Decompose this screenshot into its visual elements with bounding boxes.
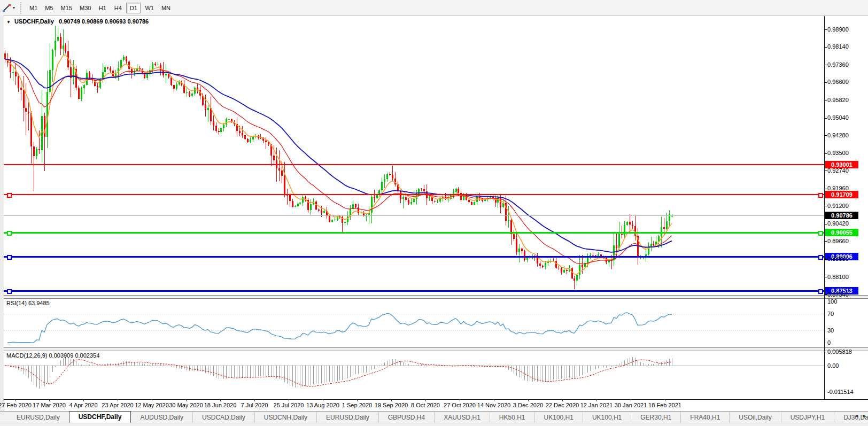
date-tick [665,400,665,401]
line-marker[interactable] [7,231,12,236]
price-tick-label: 0.92740 [827,167,849,174]
chart-tab-usdjpy-h1[interactable]: USDJPY,H1 [781,412,834,423]
macd-axis-label: 0.00 [827,362,839,369]
chart-tab-xauusd-h1[interactable]: XAUUSD,H1 [434,412,490,423]
price-tick-label: 0.98900 [827,26,849,33]
chart-tab-uk100-h1[interactable]: UK100,H1 [534,412,583,423]
date-label: 19 Sep 2020 [375,402,408,408]
date-tick [49,400,50,401]
chart-tab-usdcad-daily[interactable]: USDCAD,Daily [192,412,254,423]
price-tick [824,100,827,100]
toolbar-grip[interactable] [20,2,21,14]
tab-scroll-right-icon[interactable]: ► [862,413,867,419]
price-tick-label: 0.95040 [827,114,849,121]
collapse-icon[interactable]: ▼ [6,20,11,25]
chart-tab-usdchf-daily[interactable]: USDCHF,Daily [69,411,131,423]
price-tick [824,135,827,136]
timeframe-button-h4[interactable]: H4 [111,3,125,13]
timeframe-button-h1[interactable]: H1 [95,3,110,13]
line-marker[interactable] [818,231,823,236]
date-label: 27 Oct 2020 [444,402,476,408]
line-marker[interactable] [818,255,823,260]
chart-tab-eurusd-daily[interactable]: EURUSD,Daily [7,412,69,423]
date-label: 3 Dec 2020 [513,402,543,408]
chart-tab-audusd-daily[interactable]: AUDUSD,Daily [131,412,192,423]
price-tick [824,65,827,65]
price-tick-label: 0.98140 [827,43,849,50]
price-level-line[interactable] [4,290,824,292]
date-tick [528,400,529,401]
date-tick [391,400,392,401]
date-label: 7 Jul 2020 [241,402,268,408]
date-label: 14 Nov 2020 [477,402,510,408]
chart-tab-fra40-h1[interactable]: FRA40,H1 [680,412,729,423]
price-tick-label: 0.94280 [827,132,849,139]
price-tick [824,295,827,295]
price-tick-label: 0.87340 [827,291,849,298]
price-tick [824,118,827,119]
line-marker[interactable] [818,289,823,294]
date-label: 1 Sep 2020 [342,402,372,408]
timeframe-button-d1[interactable]: D1 [126,3,141,13]
price-tick [824,153,827,154]
timeframe-button-m30[interactable]: M30 [76,3,94,13]
tab-scroll-left-icon[interactable]: ◄ [854,413,859,419]
status-strip [0,423,868,426]
rsi-label: RSI(14) 63.9485 [6,300,50,306]
date-label: 25 Jul 2020 [274,402,304,408]
price-level-line[interactable] [4,194,824,195]
price-level-line[interactable] [4,164,824,165]
date-label: 12 May 2020 [135,402,169,408]
date-label: 12 Jan 2021 [580,402,613,408]
draw-tool-dropdown-icon[interactable]: ▾ [13,5,15,10]
draw-tool-icon[interactable] [1,3,13,13]
chart-tab-ger30-h1[interactable]: GER30,H1 [631,412,680,423]
price-tick-label: 0.88880 [827,255,849,262]
price-tick [824,47,827,48]
timeframe-button-m15[interactable]: M15 [58,3,75,13]
date-tick [220,400,221,401]
date-tick [460,400,460,401]
price-tick-label: 0.97360 [827,61,849,68]
date-label: 18 Feb 2021 [648,402,681,408]
time-axis-line [4,399,868,400]
chart-tab-usdcnh-daily[interactable]: USDCNH,Daily [254,412,316,423]
chart-tab-eurusd-daily[interactable]: EURUSD,Daily [316,412,378,423]
macd-axis-label: 0.005818 [827,348,852,355]
date-tick [425,400,426,401]
price-tick [824,82,827,83]
price-tick [824,171,827,171]
date-label: 18 Jun 2020 [204,402,237,408]
date-tick [152,400,152,401]
line-marker[interactable] [7,193,12,198]
timeframe-button-w1[interactable]: W1 [142,3,157,13]
chart-tab-hk50-h1[interactable]: HK50,H1 [490,412,534,423]
pane-separator[interactable] [4,347,868,351]
tab-scroll-buttons: ◄ ► [854,413,867,419]
date-tick [118,400,118,401]
chart-tab-uk100-h1[interactable]: UK100,H1 [583,412,631,423]
pane-separator[interactable] [4,295,868,299]
line-marker[interactable] [7,289,12,294]
chart-tab-usoil-daily[interactable]: USOil,Daily [729,412,780,423]
timeframe-button-m1[interactable]: M1 [26,3,41,13]
symbol-label: USDCHF,Daily [14,18,54,25]
price-tick-label: 0.91200 [827,203,849,210]
line-marker[interactable] [7,255,12,260]
macd-signal-line [5,360,672,386]
macd-histogram [5,357,672,389]
price-level-line[interactable] [4,232,824,234]
price-tick [824,241,827,242]
timeframe-button-m5[interactable]: M5 [42,3,56,13]
date-tick [15,400,15,401]
price-level-line[interactable] [4,256,824,258]
price-tick [824,277,827,277]
price-tick-label: 0.96600 [827,79,849,86]
rsi-chart [4,298,824,347]
chart-tab-gbpusd-h4[interactable]: GBPUSD,H4 [378,412,434,423]
date-tick [186,400,187,401]
timeframe-button-mn[interactable]: MN [158,3,174,13]
date-tick [254,400,255,401]
line-marker[interactable] [818,193,823,198]
candlestick-chart [4,16,824,295]
